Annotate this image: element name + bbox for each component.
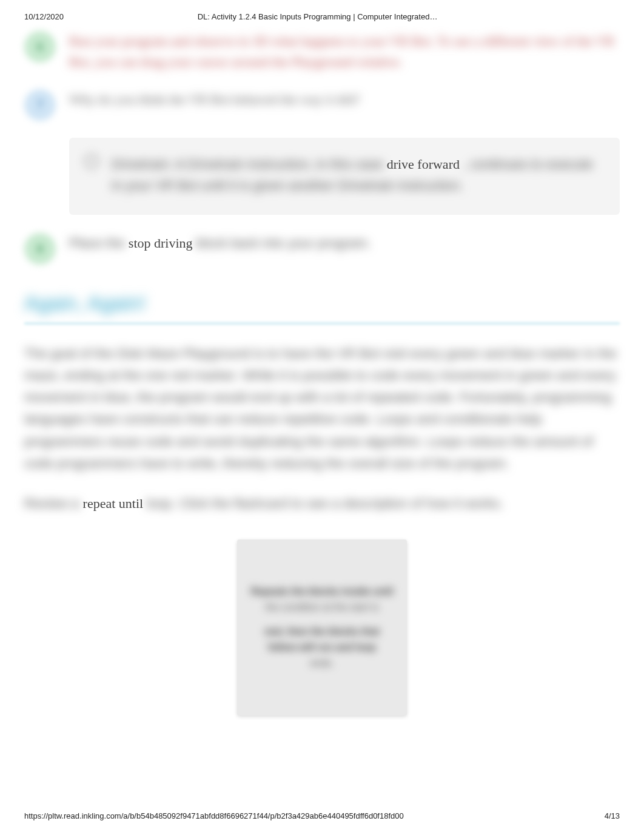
flashcard-line-5: ends. bbox=[310, 658, 334, 669]
flashcard-line-2: the condition at the start is bbox=[266, 602, 379, 613]
step-6: 6 Run your program and observe in 3D wha… bbox=[24, 31, 620, 72]
page: 10/12/2020 DL: Activity 1.2.4 Basic Inpu… bbox=[0, 0, 644, 835]
flashcard-line-3: met; then the blocks that bbox=[264, 626, 379, 637]
para-repeat-until: Review a repeat until loop. Click the fl… bbox=[24, 493, 620, 515]
header-title: DL: Activity 1.2.4 Basic Inputs Programm… bbox=[64, 12, 571, 21]
header-date: 10/12/2020 bbox=[24, 12, 64, 21]
step-6-bullet: 6 bbox=[24, 31, 56, 63]
step-8-clear: stop driving bbox=[129, 235, 193, 251]
step-8-prefix: Place the bbox=[69, 235, 129, 251]
content-area: 6 Run your program and observe in 3D wha… bbox=[24, 31, 620, 715]
step-8-bullet: 8 bbox=[24, 233, 56, 265]
para2-suffix: loop. Click the flashcard to see a descr… bbox=[147, 496, 503, 511]
page-header: 10/12/2020 DL: Activity 1.2.4 Basic Inpu… bbox=[24, 12, 620, 21]
info-box-text: Drivetrain: A Drivetrain instruction, in… bbox=[112, 154, 602, 196]
step-6-text: Run your program and observe in 3D what … bbox=[69, 31, 620, 72]
step-7: 7 Why do you think the VR Bot behaved th… bbox=[24, 89, 620, 121]
footer-url: https://pltw.read.inkling.com/a/b/b54b48… bbox=[24, 811, 404, 820]
info-clear: drive forward bbox=[387, 157, 460, 172]
flashcard-line-4: follow will run and loop bbox=[268, 642, 376, 653]
step-7-bullet: 7 bbox=[24, 89, 56, 121]
page-footer: https://pltw.read.inkling.com/a/b/b54b48… bbox=[24, 811, 620, 820]
main-paragraph: The goal of the Disk Maze Playground is … bbox=[24, 343, 620, 475]
step-7-text: Why do you think the VR Bot behaved the … bbox=[69, 89, 620, 110]
info-box: Drivetrain: A Drivetrain instruction, in… bbox=[69, 138, 620, 214]
para2-prefix: Review a bbox=[24, 496, 83, 511]
flashcard-line-1: Repeats the blocks inside until bbox=[251, 586, 394, 597]
step-8-suffix: block back into your program. bbox=[196, 235, 371, 251]
footer-page: 4/13 bbox=[605, 811, 620, 820]
flashcard[interactable]: Repeats the blocks inside until the cond… bbox=[237, 539, 407, 715]
info-lead: Drivetrain: A Drivetrain instruction, in… bbox=[112, 157, 387, 172]
section-heading: Again, Again! bbox=[24, 291, 620, 315]
section-rule bbox=[24, 322, 620, 325]
info-icon bbox=[81, 151, 102, 172]
step-7-num: 7 bbox=[37, 97, 44, 113]
step-6-num: 6 bbox=[37, 39, 44, 55]
step-8-text: Place the stop driving block back into y… bbox=[69, 233, 620, 254]
step-8: 8 Place the stop driving block back into… bbox=[24, 233, 620, 265]
step-8-num: 8 bbox=[37, 241, 44, 257]
para2-clear: repeat until bbox=[83, 496, 144, 511]
